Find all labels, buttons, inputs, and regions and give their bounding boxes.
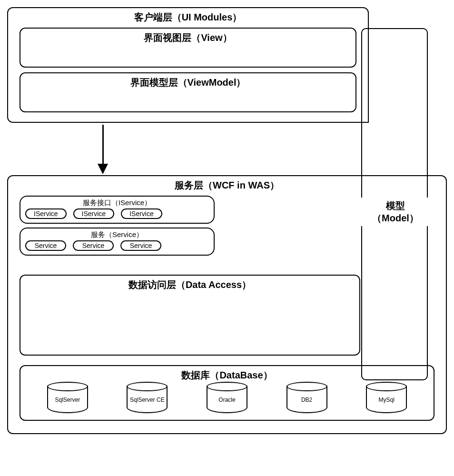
model-label-line1: 模型 [386,200,405,211]
model-layer-label: 模型 （Model） [353,198,438,226]
service-item: Service [25,240,66,251]
client-layer-title: 客户端层（UI Modules） [8,8,368,25]
service-row: Service Service Service [23,240,211,251]
iservice-item: IService [121,208,162,219]
viewmodel-layer-title: 界面模型层（ViewModel） [20,73,355,90]
db-label: SqlServer CE [130,397,165,403]
service-item: Service [73,240,114,251]
viewmodel-layer-box: 界面模型层（ViewModel） [20,72,356,112]
iservice-row: IService IService IService [23,208,211,219]
iservice-item: IService [25,208,67,219]
db-label: SqlServer [55,397,80,403]
db-cylinder-icon: DB2 [286,386,327,413]
view-layer-title: 界面视图层（View） [20,29,355,45]
arrow-client-to-service [7,123,369,175]
arrow-line [102,125,104,165]
db-cylinder-icon: MySql [366,386,407,413]
database-row: SqlServer SqlServer CE Oracle DB2 MySql [20,383,434,414]
model-label-line2: （Model） [372,213,419,223]
db-cylinder-icon: SqlServer [47,386,88,413]
iservice-item: IService [73,208,115,219]
client-layer-box: 客户端层（UI Modules） 界面视图层（View） 界面模型层（ViewM… [7,7,369,123]
service-group-box: 服务（Service） Service Service Service [20,228,215,256]
db-cylinder-icon: SqlServer CE [127,386,168,413]
db-label: Oracle [218,397,235,403]
data-access-title: 数据访问层（Data Access） [20,276,359,292]
iservice-group-box: 服务接口（IService） IService IService IServic… [20,196,215,224]
arrow-head-icon [98,164,108,174]
db-label: DB2 [301,397,312,403]
service-group-title: 服务（Service） [23,229,211,240]
architecture-diagram: 客户端层（UI Modules） 界面视图层（View） 界面模型层（ViewM… [7,7,447,434]
db-label: MySql [379,397,395,403]
service-item: Service [120,240,161,251]
iservice-group-title: 服务接口（IService） [23,198,211,208]
data-access-box: 数据访问层（Data Access） [20,275,360,356]
view-layer-box: 界面视图层（View） [20,28,356,68]
db-cylinder-icon: Oracle [207,386,247,413]
